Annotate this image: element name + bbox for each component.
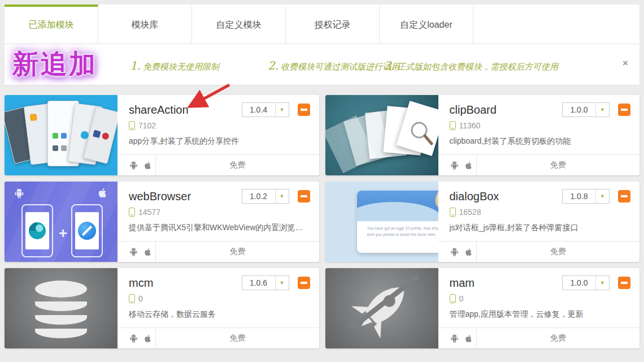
tab-label: 模块库 — [132, 19, 159, 31]
database-icon — [35, 281, 87, 338]
chevron-down-icon[interactable]: ▼ — [595, 189, 609, 203]
tab-auth-records[interactable]: 授权记录 — [286, 5, 380, 44]
download-count: 11360 — [459, 121, 481, 130]
module-title: dialogBox — [450, 190, 563, 203]
banner-note-2: 2.收费模块可通过测试版进行试用 — [268, 59, 399, 72]
module-card-grid: shareAction 1.0.4 ▼ 7102 app分享,封装了系统的分享控… — [5, 95, 639, 348]
module-title: shareAction — [129, 104, 242, 117]
android-icon — [14, 187, 25, 200]
downloads-phone-icon — [450, 208, 456, 217]
remove-module-button[interactable] — [298, 190, 310, 202]
note-number: 2. — [268, 59, 279, 72]
version-select[interactable]: 1.0.0 ▼ — [562, 275, 610, 290]
tabbar-spacer — [473, 5, 639, 44]
price-label: 免费 — [477, 242, 640, 262]
tab-label: 授权记录 — [315, 19, 351, 31]
module-title: mcm — [129, 277, 242, 290]
android-icon — [450, 247, 459, 257]
downloads-phone-icon — [129, 121, 135, 130]
platform-icons — [438, 242, 477, 262]
platform-icons — [118, 242, 156, 262]
module-card-webbrowser: + webBrowser 1.0.2 ▼ 14577 提供基于腾讯X5引擎和WK… — [5, 182, 319, 262]
module-card-clipboard: clipBoard 1.0.0 ▼ 11360 clipboard,封装了系统剪… — [325, 95, 640, 175]
version-value: 1.0.4 — [242, 103, 275, 117]
minus-icon — [301, 109, 307, 111]
note-text: 收费模块可通过测试版进行试用 — [281, 62, 399, 71]
download-count: 7102 — [138, 121, 156, 130]
tab-label: 自定义模块 — [216, 19, 262, 31]
remove-module-button[interactable] — [618, 277, 630, 289]
module-description: 提供基于腾讯X5引擎和WKWebView的内置浏览器服务 — [129, 223, 310, 233]
minus-icon — [621, 282, 628, 284]
version-select[interactable]: 1.0.6 ▼ — [242, 275, 289, 290]
apple-icon — [143, 247, 153, 257]
tab-added-modules[interactable]: 已添加模块 — [5, 5, 98, 44]
note-number: 3. — [384, 59, 395, 72]
module-title: mam — [450, 277, 563, 290]
remove-module-button[interactable] — [618, 190, 630, 202]
module-thumbnail-database — [5, 268, 118, 348]
notice-banner: 新追加 1.免费模块无使用限制 2.收费模块可通过测试版进行试用 3.正式版如包… — [5, 44, 639, 85]
plus-sign: + — [59, 225, 67, 242]
android-icon — [450, 160, 459, 171]
remove-module-button[interactable] — [298, 104, 310, 116]
note-text: 免费模块无使用限制 — [143, 62, 219, 71]
version-select[interactable]: 1.0.8 ▼ — [562, 189, 610, 204]
tab-custom-modules[interactable]: 自定义模块 — [192, 5, 286, 44]
version-select[interactable]: 1.0.4 ▼ — [242, 102, 289, 117]
minus-icon — [621, 195, 628, 197]
price-label: 免费 — [477, 328, 640, 348]
module-description: clipboard,封装了系统剪切板的功能 — [450, 136, 631, 146]
tab-label: 已添加模块 — [29, 19, 74, 31]
price-label: 免费 — [477, 155, 640, 175]
apple-icon — [464, 160, 473, 171]
platform-icons — [118, 155, 156, 175]
minus-icon — [301, 195, 307, 197]
banner-note-1: 1.免费模块无使用限制 — [130, 59, 219, 72]
version-value: 1.0.2 — [242, 189, 275, 203]
module-tabbar: 已添加模块 模块库 自定义模块 授权记录 自定义loader — [5, 5, 639, 44]
platform-icons — [438, 328, 477, 348]
module-card-dialogbox: You have got an egg! 20 points, free sho… — [325, 182, 640, 262]
tab-module-library[interactable]: 模块库 — [98, 5, 192, 44]
downloads-phone-icon — [450, 121, 456, 130]
module-card-mcm: mcm 1.0.6 ▼ 0 移动云存储，数据云服务 免费 — [5, 268, 319, 348]
tencent-browser-logo — [29, 222, 46, 239]
close-icon[interactable]: × — [623, 58, 628, 68]
apple-icon — [143, 160, 153, 171]
android-icon — [129, 333, 138, 344]
module-title: clipBoard — [450, 104, 563, 117]
version-select[interactable]: 1.0.0 ▼ — [562, 102, 610, 117]
chevron-down-icon[interactable]: ▼ — [275, 276, 289, 290]
download-count: 16528 — [459, 208, 481, 217]
note-number: 1. — [130, 59, 141, 72]
chevron-down-icon[interactable]: ▼ — [595, 276, 609, 290]
version-select[interactable]: 1.0.2 ▼ — [242, 189, 289, 204]
apple-icon — [143, 333, 153, 344]
module-description: 移动云存储，数据云服务 — [129, 309, 310, 320]
magnifier-icon — [408, 120, 437, 149]
apple-icon — [97, 186, 108, 200]
safari-icon — [78, 222, 96, 240]
remove-module-button[interactable] — [618, 104, 630, 116]
chevron-down-icon[interactable]: ▼ — [595, 103, 609, 117]
minus-icon — [301, 282, 307, 284]
banner-note-3: 3.正式版如包含收费模块，需授权后方可使用 — [384, 59, 558, 72]
module-thumbnail-two-phones: + — [5, 182, 118, 262]
module-description: 管理app,应用版本管理，云修复，更新 — [450, 309, 631, 320]
version-value: 1.0.0 — [563, 103, 595, 117]
chevron-down-icon[interactable]: ▼ — [275, 103, 289, 117]
tab-label: 自定义loader — [400, 19, 452, 31]
price-label: 免费 — [156, 242, 319, 262]
module-thumbnail-phone-screens — [5, 95, 118, 175]
version-value: 1.0.6 — [242, 276, 275, 290]
module-thumbnail-papers-magnifier — [325, 95, 438, 175]
remove-module-button[interactable] — [298, 277, 310, 289]
module-title: webBrowser — [129, 190, 242, 203]
tab-custom-loader[interactable]: 自定义loader — [380, 5, 473, 44]
download-count: 0 — [138, 294, 143, 303]
new-added-highlight: 新追加 — [12, 46, 97, 82]
downloads-phone-icon — [450, 294, 456, 303]
apple-icon — [464, 333, 473, 344]
chevron-down-icon[interactable]: ▼ — [275, 189, 289, 203]
